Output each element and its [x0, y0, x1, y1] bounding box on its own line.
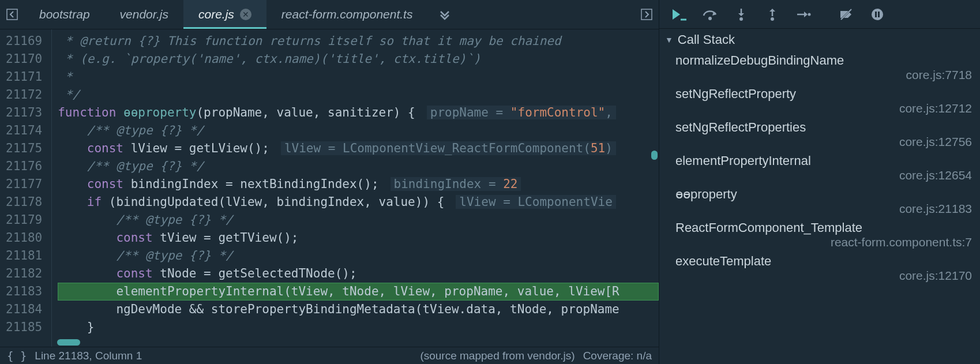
editor-pane: bootstrap vendor.js core.js ✕ react-form…: [0, 0, 659, 364]
call-stack-frame[interactable]: normalizeDebugBindingNamecore.js:7718: [659, 51, 980, 84]
svg-point-11: [872, 9, 883, 20]
frame-function: elementPropertyInternal: [675, 153, 972, 168]
code-line[interactable]: /** @type {?} */: [58, 157, 659, 175]
call-stack-frame[interactable]: setNgReflectPropertycore.js:12712: [659, 84, 980, 118]
vertical-scrollbar[interactable]: [651, 151, 658, 160]
editor-tabbar: bootstrap vendor.js core.js ✕ react-form…: [0, 0, 659, 29]
inline-value: lView = LComponentVie: [456, 195, 616, 209]
frame-function: ɵɵproperty: [675, 187, 972, 202]
call-stack-list: normalizeDebugBindingNamecore.js:7718set…: [659, 51, 980, 364]
step-over-button[interactable]: [696, 3, 724, 26]
step-button[interactable]: [790, 3, 817, 26]
code-line[interactable]: * @return {?} This function returns itse…: [58, 32, 659, 50]
call-stack-frame[interactable]: executeTemplatecore.js:12170: [659, 252, 980, 285]
tab-core-js[interactable]: core.js ✕: [183, 0, 266, 29]
cursor-position: Line 21183, Column 1: [35, 350, 142, 362]
code-line[interactable]: ngDevMode && storePropertyBindingMetadat…: [58, 301, 659, 318]
inline-value: bindingIndex = 22: [391, 177, 521, 191]
tab-label: vendor.js: [120, 7, 168, 21]
frame-location: core.js:12654: [675, 168, 972, 182]
code-line[interactable]: const bindingIndex = nextBindingIndex();…: [58, 175, 659, 193]
chevron-down-icon: ▼: [665, 35, 673, 44]
code-line[interactable]: /** @type {?} */: [58, 247, 659, 265]
frame-function: setNgReflectProperties: [675, 120, 972, 135]
code-line[interactable]: function ɵɵproperty(propName, value, san…: [58, 104, 659, 122]
pause-button[interactable]: [863, 3, 891, 26]
line-number-gutter: 2116921170211712117221173211742117521176…: [0, 29, 52, 347]
step-out-button[interactable]: [759, 3, 786, 26]
svg-point-8: [808, 13, 811, 16]
call-stack-frame[interactable]: ReactFormComponent_Templatereact-form.co…: [659, 218, 980, 252]
svg-point-6: [771, 17, 774, 21]
inline-value: lView = LComponentView_ReactFormComponen…: [281, 141, 616, 155]
source-mapped-label: (source mapped from vendor.js): [420, 350, 575, 362]
tab-label: react-form.component.ts: [281, 7, 413, 21]
code-line[interactable]: /** @type {?} */: [58, 122, 659, 140]
section-title: Call Stack: [678, 32, 735, 47]
code-body[interactable]: * @return {?} This function returns itse…: [52, 29, 659, 347]
svg-point-4: [739, 17, 743, 21]
step-into-button[interactable]: [727, 3, 755, 26]
code-editor[interactable]: 2116921170211712117221173211742117521176…: [0, 29, 659, 347]
close-icon[interactable]: ✕: [240, 9, 251, 20]
frame-location: core.js:12170: [675, 269, 972, 283]
frame-function: executeTemplate: [675, 254, 972, 269]
code-line[interactable]: const tView = getTView();: [58, 229, 659, 247]
pretty-print-button[interactable]: { }: [7, 350, 27, 362]
tab-vendor-js[interactable]: vendor.js: [105, 0, 183, 29]
tab-label: bootstrap: [39, 7, 90, 21]
tab-overflow-button[interactable]: [427, 9, 462, 20]
code-line[interactable]: const lView = getLView();lView = LCompon…: [58, 140, 659, 157]
svg-rect-13: [878, 12, 880, 17]
horizontal-scrollbar[interactable]: [57, 339, 80, 346]
call-stack-frame[interactable]: elementPropertyInternalcore.js:12654: [659, 151, 980, 185]
tab-bootstrap[interactable]: bootstrap: [24, 0, 105, 29]
debugger-pane: ▼ Call Stack normalizeDebugBindingNameco…: [659, 0, 980, 364]
svg-point-2: [708, 17, 712, 20]
code-line[interactable]: const tNode = getSelectedTNode();: [58, 265, 659, 283]
code-line[interactable]: if (bindingUpdated(lView, bindingIndex, …: [58, 193, 659, 211]
tab-nav-prev-button[interactable]: [0, 0, 24, 29]
frame-location: core.js:12712: [675, 102, 972, 115]
frame-location: react-form.component.ts:7: [675, 235, 972, 249]
frame-location: core.js:7718: [675, 68, 972, 82]
code-line[interactable]: elementPropertyInternal(tView, tNode, lV…: [58, 283, 659, 301]
resume-button[interactable]: [665, 3, 693, 26]
frame-function: setNgReflectProperty: [675, 87, 972, 102]
tab-react-form-component[interactable]: react-form.component.ts: [266, 0, 428, 29]
code-line[interactable]: /** @type {?} */: [58, 211, 659, 229]
editor-statusbar: { } Line 21183, Column 1 (source mapped …: [0, 347, 659, 364]
deactivate-breakpoints-button[interactable]: [832, 3, 860, 26]
code-line[interactable]: }: [58, 318, 659, 336]
tab-nav-next-button[interactable]: [634, 0, 659, 29]
call-stack-frame[interactable]: ɵɵpropertycore.js:21183: [659, 185, 980, 218]
svg-rect-1: [641, 9, 652, 20]
call-stack-frame[interactable]: setNgReflectPropertiescore.js:12756: [659, 118, 980, 151]
coverage-label: Coverage: n/a: [583, 350, 652, 362]
svg-rect-12: [875, 12, 877, 17]
code-line[interactable]: *: [58, 68, 659, 86]
frame-location: core.js:12756: [675, 135, 972, 149]
debug-toolbar: [659, 0, 980, 29]
code-line[interactable]: * (e.g. `property('name', ctx.name)('tit…: [58, 50, 659, 68]
frame-function: normalizeDebugBindingName: [675, 53, 972, 68]
frame-function: ReactFormComponent_Template: [675, 220, 972, 235]
inline-value: propName = "formControl",: [427, 106, 616, 119]
svg-rect-0: [7, 9, 17, 20]
frame-location: core.js:21183: [675, 202, 972, 216]
tab-label: core.js: [198, 7, 234, 21]
code-line[interactable]: */: [58, 86, 659, 104]
call-stack-section-header[interactable]: ▼ Call Stack: [659, 29, 980, 51]
